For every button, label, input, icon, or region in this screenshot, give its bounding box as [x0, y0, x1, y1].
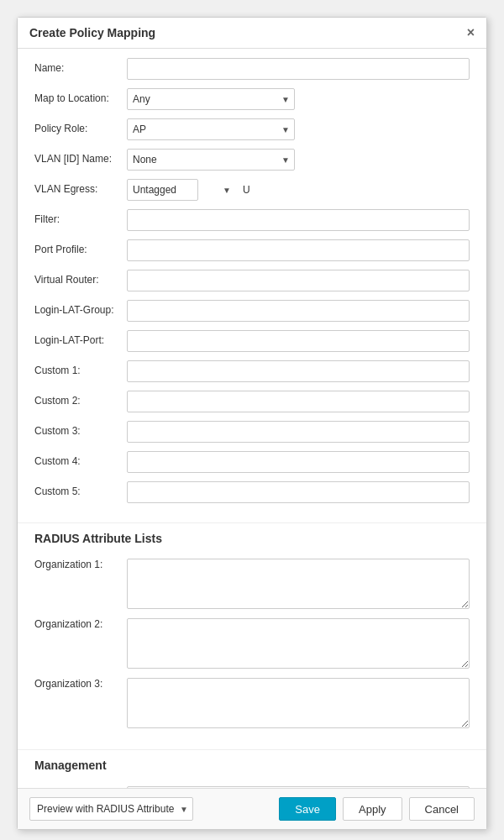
custom3-row: Custom 3: — [34, 420, 470, 444]
access-select-wrapper: No Access ▼ — [127, 786, 470, 788]
vlan-egress-label: VLAN Egress: — [34, 183, 127, 197]
dialog-header: Create Policy Mapping × — [18, 18, 486, 49]
virtual-router-label: Virtual Router: — [34, 274, 127, 287]
name-label: Name: — [34, 62, 127, 76]
custom3-field-wrapper — [127, 421, 470, 443]
access-field-wrapper: No Access ▼ — [127, 786, 470, 788]
filter-input[interactable] — [127, 209, 470, 231]
dialog-title: Create Policy Mapping — [29, 26, 155, 39]
vlan-name-label: VLAN [ID] Name: — [34, 153, 127, 166]
custom2-label: Custom 2: — [34, 395, 127, 408]
preview-select[interactable]: Preview with RADIUS Attributes — [29, 797, 193, 821]
custom4-input[interactable] — [127, 451, 470, 473]
org2-textarea[interactable] — [127, 618, 470, 669]
custom1-field-wrapper — [127, 360, 470, 382]
custom4-row: Custom 4: — [34, 450, 470, 474]
dialog-body: Name: Map to Location: Any ▼ — [18, 49, 486, 788]
management-section: Access: No Access ▼ Management: — [18, 777, 486, 788]
custom4-label: Custom 4: — [34, 455, 127, 469]
org3-row: Organization 3: — [34, 678, 470, 731]
custom3-input[interactable] — [127, 421, 470, 443]
map-to-location-label: Map to Location: — [34, 92, 127, 106]
vlan-egress-field-wrapper: Untagged ▼ U — [127, 179, 470, 201]
preview-select-wrapper: Preview with RADIUS Attributes ▼ — [29, 797, 193, 821]
port-profile-row: Port Profile: — [34, 239, 470, 262]
map-to-location-select[interactable]: Any — [127, 88, 295, 110]
custom5-field-wrapper — [127, 481, 470, 503]
cancel-button[interactable]: Cancel — [409, 797, 475, 821]
custom3-label: Custom 3: — [34, 425, 127, 438]
org1-label: Organization 1: — [34, 559, 127, 572]
vlan-name-field-wrapper: None ▼ — [127, 149, 470, 171]
vlan-name-select[interactable]: None — [127, 149, 295, 171]
footer-left: Preview with RADIUS Attributes ▼ — [29, 797, 272, 821]
login-lat-port-row: Login-LAT-Port: — [34, 329, 470, 353]
dialog-footer: Preview with RADIUS Attributes ▼ Save Ap… — [18, 788, 486, 829]
login-lat-group-field-wrapper — [127, 300, 470, 322]
radius-section: Organization 1: Organization 2: Organiza… — [18, 550, 486, 746]
map-to-location-select-wrapper: Any ▼ — [127, 88, 295, 110]
vlan-egress-row: VLAN Egress: Untagged ▼ U — [34, 178, 470, 202]
vlan-name-row: VLAN [ID] Name: None ▼ — [34, 148, 470, 171]
custom5-label: Custom 5: — [34, 486, 127, 499]
policy-role-select-wrapper: AP ▼ — [127, 118, 295, 140]
management-section-title: Management — [18, 749, 486, 777]
org1-row: Organization 1: — [34, 559, 470, 612]
custom1-input[interactable] — [127, 360, 470, 382]
custom2-input[interactable] — [127, 391, 470, 412]
name-row: Name: — [34, 57, 470, 81]
vlan-egress-select-wrapper: Untagged ▼ — [127, 179, 236, 201]
close-button[interactable]: × — [467, 26, 475, 39]
org2-row: Organization 2: — [34, 618, 470, 671]
port-profile-field-wrapper — [127, 239, 470, 261]
apply-button[interactable]: Apply — [343, 797, 402, 821]
port-profile-input[interactable] — [127, 239, 470, 261]
policy-role-field-wrapper: AP ▼ — [127, 118, 470, 140]
vlan-egress-select[interactable]: Untagged — [127, 179, 198, 201]
map-to-location-row: Map to Location: Any ▼ — [34, 87, 470, 111]
custom5-input[interactable] — [127, 481, 470, 503]
virtual-router-field-wrapper — [127, 270, 470, 291]
map-to-location-field-wrapper: Any ▼ — [127, 88, 470, 110]
vlan-egress-chevron-icon: ▼ — [223, 186, 231, 195]
name-input[interactable] — [127, 58, 470, 80]
org3-label: Organization 3: — [34, 678, 127, 691]
org1-field-wrapper — [127, 559, 470, 612]
custom1-label: Custom 1: — [34, 365, 127, 378]
custom4-field-wrapper — [127, 451, 470, 473]
custom5-row: Custom 5: — [34, 480, 470, 504]
org1-textarea[interactable] — [127, 559, 470, 609]
port-profile-label: Port Profile: — [34, 244, 127, 257]
login-lat-group-row: Login-LAT-Group: — [34, 299, 470, 323]
policy-role-select[interactable]: AP — [127, 118, 295, 140]
login-lat-port-label: Login-LAT-Port: — [34, 334, 127, 348]
virtual-router-row: Virtual Router: — [34, 269, 470, 292]
login-lat-port-field-wrapper — [127, 330, 470, 352]
name-field-wrapper — [127, 58, 470, 80]
create-policy-mapping-dialog: Create Policy Mapping × Name: Map to Loc… — [17, 17, 487, 830]
form-section-main: Name: Map to Location: Any ▼ — [18, 49, 486, 519]
virtual-router-input[interactable] — [127, 270, 470, 291]
login-lat-group-input[interactable] — [127, 300, 470, 322]
org2-label: Organization 2: — [34, 618, 127, 632]
custom1-row: Custom 1: — [34, 360, 470, 383]
vlan-egress-inner-row: Untagged ▼ U — [127, 179, 470, 201]
custom2-field-wrapper — [127, 391, 470, 412]
filter-field-wrapper — [127, 209, 470, 231]
login-lat-port-input[interactable] — [127, 330, 470, 352]
org2-field-wrapper — [127, 618, 470, 671]
vlan-name-select-wrapper: None ▼ — [127, 149, 295, 171]
policy-role-label: Policy Role: — [34, 123, 127, 136]
custom2-row: Custom 2: — [34, 390, 470, 413]
access-select[interactable]: No Access — [127, 786, 470, 788]
filter-row: Filter: — [34, 208, 470, 232]
login-lat-group-label: Login-LAT-Group: — [34, 304, 127, 318]
radius-section-title: RADIUS Attribute Lists — [18, 522, 486, 550]
org3-field-wrapper — [127, 678, 470, 731]
org3-textarea[interactable] — [127, 678, 470, 728]
policy-role-row: Policy Role: AP ▼ — [34, 118, 470, 141]
vlan-egress-u-label: U — [243, 184, 250, 196]
save-button[interactable]: Save — [279, 797, 336, 821]
filter-label: Filter: — [34, 213, 127, 227]
